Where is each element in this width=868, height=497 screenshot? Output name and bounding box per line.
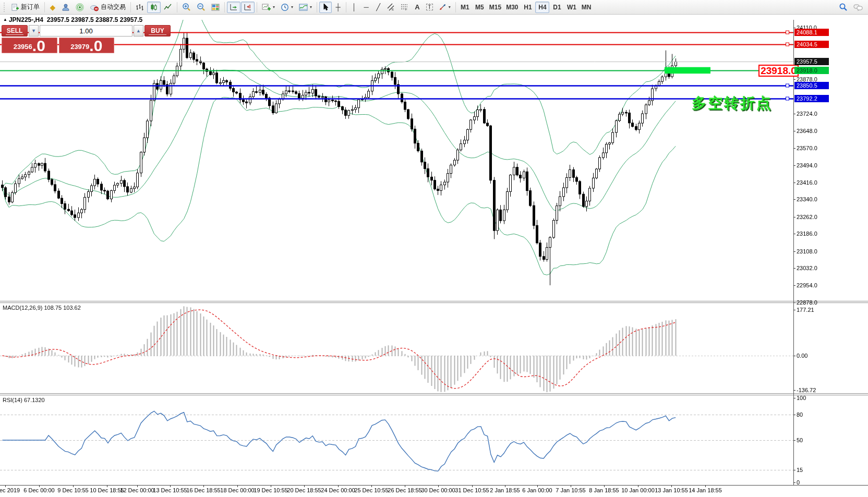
time-axis-label: 10 Jan 00:00 [621,487,655,493]
rsi-axis-label: 50 [797,437,803,444]
price-tick-label: 22878.0 [797,299,817,306]
macd-axis-label: 177.21 [797,306,814,313]
signal-button[interactable] [73,2,87,13]
volume-input[interactable] [40,25,132,37]
dropdown-caret-icon: ▾ [291,5,293,9]
time-axis-label: 2 Jan 18:55 [490,487,520,493]
timeframe-m1-button[interactable]: M1 [458,2,472,13]
time-axis-label: 19 Dec 10:55 [254,487,287,493]
search-icon [839,3,848,11]
price-tick-label: 23262.0 [797,213,817,221]
timeframe-h4-button[interactable]: H4 [535,2,549,13]
autotrading-button[interactable]: 自动交易 [87,2,128,13]
price-level-callout[interactable]: 23918.0 [758,65,799,77]
text-icon: A [415,4,419,10]
timeframe-d1-button[interactable]: D1 [550,2,564,13]
volume-increase-button[interactable]: ▲ [134,25,143,37]
period-clock-icon [281,3,289,11]
buy-button[interactable]: BUY [144,25,171,37]
arrows-button[interactable]: ▾ [436,2,453,13]
time-axis-label: 24 Dec 00:00 [321,487,355,493]
cursor-button[interactable] [319,2,332,13]
cursor-icon [322,3,329,11]
diamond-icon: ◆ [50,4,56,11]
trendline-button[interactable]: ╱ [372,2,384,13]
chart-shift-button[interactable] [241,2,255,13]
chat-button[interactable] [851,2,866,13]
text-button[interactable]: A [412,2,423,13]
rsi-axis-label: 100 [797,394,806,402]
new-order-button[interactable]: 新订单 [8,2,42,13]
new-chart-button[interactable]: ▾ [259,2,278,13]
auto-scroll-button[interactable] [227,2,240,13]
crosshair-icon: ┼ [335,4,340,10]
time-axis-label: 7 Jan 10:55 [556,487,586,493]
indicators-button[interactable]: ▾ [296,2,315,13]
channel-icon: E [387,3,395,11]
volume-decrease-button[interactable]: ▼ [29,25,39,37]
zoom-out-button[interactable] [194,2,208,13]
candlestick-chart-icon [150,3,158,11]
horizontal-line-icon: ─ [364,4,368,10]
line-chart-button[interactable] [161,2,175,13]
market-watch-button[interactable]: ◆ [47,2,58,13]
time-axis-label: 4 Dec 2019 [0,487,20,493]
text-label-button[interactable]: T [424,2,436,13]
collapse-arrow-icon[interactable]: ▲ [3,17,7,22]
macd-indicator-label: MACD(12,26,9) 108.75 103.62 [3,305,81,311]
timeframe-h1-button[interactable]: H1 [521,2,535,13]
zoom-in-icon [182,3,191,11]
buy-price-display[interactable]: 23979.0 [59,38,115,53]
chart-ohlc-values: 23957.5 23987.5 23887.5 23957.5 [47,16,143,23]
time-axis-label: 6 Jan 00:00 [522,487,552,493]
sell-button[interactable]: SELL [2,25,28,37]
new-order-label: 新订单 [21,3,40,11]
chart-annotation-text[interactable]: 多空转折点 [692,93,773,113]
timeframe-m15-button[interactable]: M15 [487,2,503,13]
macd-axis-label: 0.00 [797,352,807,359]
candlestick-chart-button[interactable] [147,2,161,13]
price-tick-label: 23570.0 [797,144,817,152]
tile-windows-button[interactable] [209,2,222,13]
svg-text:E: E [392,8,394,11]
profile-button[interactable] [59,2,73,13]
timeframe-m30-button[interactable]: M30 [504,2,520,13]
signal-icon [76,3,84,11]
auto-scroll-icon [230,3,238,11]
time-axis-label: 18 Dec 00:00 [220,487,254,493]
price-tick-label: 22954.0 [797,282,817,289]
autotrading-icon [90,3,99,11]
toolbar: 新订单 ◆ 自动交易 [0,0,868,15]
bar-chart-icon [136,3,144,11]
profile-icon [62,3,70,11]
toolbar-separator [317,2,317,13]
search-button[interactable] [836,2,850,13]
horizontal-line-button[interactable]: ─ [360,2,372,13]
price-tick-label: 23494.0 [797,162,817,169]
timeframe-w1-button[interactable]: W1 [564,2,578,13]
chat-icon [853,3,863,11]
chart-canvas[interactable] [0,15,868,497]
channel-button[interactable]: E [384,2,397,13]
time-axis-label: 9 Dec 10:55 [57,487,88,493]
chart-shift-icon [244,3,252,11]
timeframe-mn-button[interactable]: MN [579,2,593,13]
dropdown-caret-icon: ▾ [310,5,312,9]
new-chart-icon [262,3,271,11]
timeframe-group: M1M5M15M30H1H4D1W1MN [458,2,594,13]
one-click-trade-panel: SELL ▼ ▲ BUY 23956.0 23979.0 [2,25,114,53]
sell-price-display[interactable]: 23956.0 [2,38,57,53]
rsi-axis-label: 15 [797,466,803,474]
price-tick-label: 23416.0 [797,179,817,186]
fibonacci-button[interactable]: F [398,2,411,13]
vertical-line-icon: │ [352,4,356,10]
zoom-in-button[interactable] [179,2,194,13]
timeframe-m5-button[interactable]: M5 [473,2,487,13]
time-axis-label: 6 Dec 00:00 [23,487,54,493]
vertical-line-button[interactable]: │ [348,2,360,13]
bar-chart-button[interactable] [133,2,147,13]
crosshair-button[interactable]: ┼ [332,2,344,13]
period-clock-button[interactable]: ▾ [278,2,296,13]
rsi-axis-label: 0 [797,479,800,486]
dropdown-caret-icon: ▾ [449,5,451,9]
